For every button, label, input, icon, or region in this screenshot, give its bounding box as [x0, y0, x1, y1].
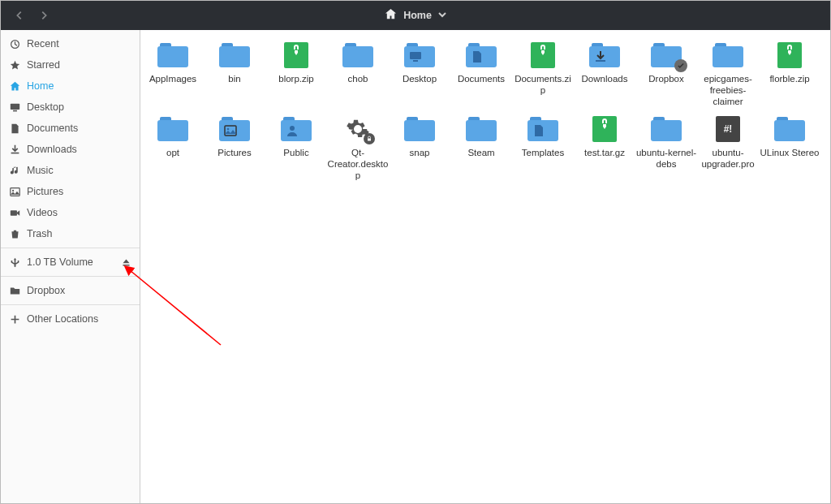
file-item[interactable]: ubuntu-kernel-debs [635, 114, 697, 181]
trash-icon [9, 229, 20, 239]
sidebar-item-downloads[interactable]: Downloads [1, 139, 140, 160]
file-label: ULinux Stereo [760, 148, 820, 159]
sidebar-item-home[interactable]: Home [1, 75, 140, 97]
sidebar-item-label: Pictures [27, 186, 63, 197]
file-item[interactable]: test.tar.gz [574, 114, 635, 181]
archive-icon [585, 114, 624, 144]
file-label: chob [348, 74, 368, 85]
folder-icon [338, 40, 377, 71]
file-item[interactable]: Dropbox [635, 40, 697, 107]
sidebar-item-music[interactable]: Music [1, 160, 140, 181]
file-item[interactable]: florble.zip [759, 40, 820, 107]
sidebar-item-desktop[interactable]: Desktop [1, 97, 140, 118]
download-overlay-icon [585, 48, 616, 66]
file-item[interactable]: chob [327, 40, 389, 107]
executable-icon [338, 114, 377, 144]
file-item[interactable]: bin [204, 40, 265, 107]
file-item[interactable]: ULinux Stereo [759, 114, 820, 181]
sidebar-item-label: 1.0 TB Volume [27, 256, 93, 268]
file-item[interactable]: Downloads [574, 40, 635, 107]
svg-point-5 [12, 189, 14, 191]
file-label: Public [283, 148, 308, 159]
file-label: Qt-Creator.desktop [327, 148, 389, 181]
file-label: Dropbox [648, 74, 683, 85]
file-item[interactable]: Desktop [389, 40, 450, 107]
file-label: Pictures [217, 148, 252, 159]
sidebar-item-pictures[interactable]: Pictures [1, 181, 140, 202]
folder-icon [462, 40, 501, 71]
file-label: Downloads [582, 74, 628, 85]
file-item[interactable]: Templates [512, 114, 574, 181]
sidebar-item-videos[interactable]: Videos [1, 202, 140, 223]
sidebar-item-dropbox-bm[interactable]: Dropbox [1, 280, 140, 301]
sidebar-item-label: Home [27, 80, 54, 92]
file-item[interactable]: #!ubuntu-upgrader.pro [697, 114, 759, 181]
file-label: snap [410, 148, 430, 159]
sidebar-item-label: Downloads [27, 144, 77, 155]
lock-badge-icon [364, 133, 375, 144]
sidebar-item-label: Desktop [27, 101, 64, 113]
folder-icon [215, 114, 254, 144]
eject-button[interactable] [120, 257, 131, 268]
file-label: Desktop [403, 74, 437, 85]
file-label: Templates [522, 148, 564, 159]
sidebar-item-trash[interactable]: Trash [1, 223, 140, 244]
file-item[interactable]: epicgames-freebies-claimer [697, 40, 759, 107]
svg-rect-3 [11, 152, 19, 153]
nav-forward-button[interactable] [32, 4, 56, 27]
file-item[interactable]: Qt-Creator.desktop [327, 114, 389, 181]
picture-overlay-icon [215, 122, 246, 140]
svg-rect-9 [596, 60, 605, 62]
path-bar[interactable]: Home [56, 8, 775, 23]
folder-icon [9, 286, 20, 296]
file-item[interactable]: AppImages [142, 40, 204, 107]
file-label: bin [228, 74, 240, 85]
sidebar-item-label: Trash [27, 228, 53, 239]
archive-icon [277, 40, 316, 71]
sidebar-item-recent[interactable]: Recent [1, 33, 140, 54]
folder-icon [523, 114, 562, 144]
sidebar-item-label: Music [27, 165, 54, 176]
folder-icon [215, 40, 254, 71]
folder-icon [153, 114, 192, 144]
file-item[interactable]: Documents.zip [512, 40, 574, 107]
svg-rect-8 [413, 60, 418, 62]
file-grid[interactable]: AppImagesbinblorp.zipchobDesktopDocument… [140, 30, 830, 503]
sidebar-item-starred[interactable]: Starred [1, 54, 140, 75]
folder-icon [277, 114, 316, 144]
file-item[interactable]: blorp.zip [265, 40, 327, 107]
plus-icon [9, 314, 20, 325]
file-item[interactable]: Documents [450, 40, 512, 107]
svg-rect-10 [225, 126, 236, 136]
titlebar: Home [1, 1, 830, 30]
sidebar-item-other-loc[interactable]: Other Locations [1, 308, 140, 330]
svg-rect-6 [10, 210, 16, 216]
folder-icon [462, 114, 501, 144]
sidebar-item-vol-1tb[interactable]: 1.0 TB Volume [1, 252, 140, 273]
script-file-icon: #! [708, 114, 747, 144]
sidebar-item-label: Other Locations [27, 313, 98, 325]
sidebar-item-label: Documents [27, 123, 78, 134]
file-item[interactable]: opt [142, 114, 204, 181]
file-label: Documents.zip [512, 74, 574, 97]
path-label: Home [403, 10, 432, 21]
file-item[interactable]: Pictures [204, 114, 265, 181]
doc-icon [9, 123, 20, 134]
sync-badge-icon [674, 59, 687, 72]
sidebar-item-label: Recent [27, 38, 59, 50]
folder-icon [400, 40, 439, 71]
archive-icon [770, 40, 809, 71]
download-icon [9, 144, 20, 155]
sidebar-item-documents[interactable]: Documents [1, 118, 140, 139]
svg-point-12 [290, 126, 295, 131]
nav-back-button[interactable] [7, 4, 32, 27]
file-item[interactable]: Public [265, 114, 327, 181]
folder-icon [647, 114, 686, 144]
doc-overlay-icon [523, 122, 554, 140]
file-item[interactable]: snap [389, 114, 450, 181]
folder-icon [708, 40, 747, 71]
sidebar-item-label: Starred [27, 59, 60, 71]
monitor-icon [9, 102, 20, 113]
file-item[interactable]: Steam [450, 114, 512, 181]
music-icon [9, 166, 20, 176]
